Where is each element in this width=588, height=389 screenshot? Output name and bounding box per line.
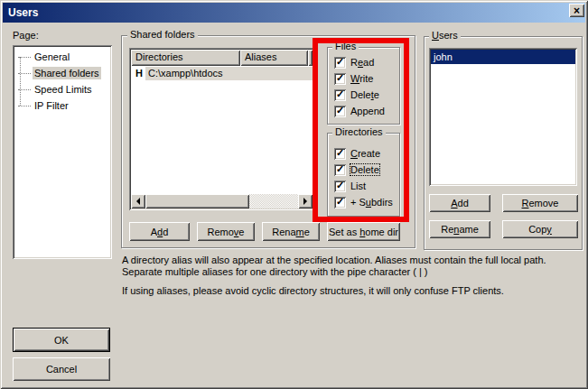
button-label: Remove: [522, 198, 559, 208]
tree-connector: [18, 106, 31, 107]
horizontal-scrollbar[interactable]: [131, 194, 313, 208]
tree-connector: [18, 57, 31, 58]
home-dir-marker: H: [131, 66, 145, 80]
scroll-left-icon: [133, 198, 140, 205]
button-label: Remove: [208, 227, 245, 237]
button-label: Rename: [272, 227, 310, 237]
check-icon: ✓: [336, 181, 344, 190]
users-group-label: Users: [429, 31, 461, 41]
cancel-button[interactable]: Cancel: [13, 357, 110, 381]
titlebar[interactable]: Users: [3, 3, 585, 23]
ok-button[interactable]: OK: [13, 328, 110, 352]
dirs-subdirs-checkbox[interactable]: ✓ + Subdirs: [334, 196, 393, 208]
button-label: Set as home dir: [329, 227, 398, 237]
set-as-home-dir-button[interactable]: Set as home dir: [327, 222, 400, 241]
alias-note-paragraph-1: A directory alias will also appear at th…: [122, 255, 584, 278]
users-rename-button[interactable]: Rename: [429, 220, 490, 238]
checkbox-box[interactable]: ✓: [334, 89, 346, 101]
button-label: Add: [151, 227, 169, 237]
checkbox-box[interactable]: ✓: [334, 73, 346, 85]
close-icon: ×: [574, 5, 580, 16]
files-group-label: Files: [332, 42, 359, 51]
window-title: Users: [3, 6, 38, 19]
column-header-aliases[interactable]: Aliases: [240, 50, 308, 66]
tree-item-ip-filter[interactable]: IP Filter: [13, 97, 112, 114]
dirs-list-checkbox[interactable]: ✓ List: [334, 180, 366, 192]
check-icon: ✓: [336, 106, 344, 116]
checkbox-label: Create: [350, 148, 380, 159]
directory-path: C:\xampp\htdocs: [145, 67, 313, 80]
scrollbar-thumb[interactable]: [145, 194, 249, 208]
close-button[interactable]: ×: [569, 4, 584, 17]
tree-item-label: Shared folders: [33, 67, 101, 79]
check-icon: ✓: [336, 164, 344, 174]
directories-list-header: Directories Aliases: [131, 50, 313, 66]
check-icon: ✓: [336, 57, 344, 67]
scroll-right-button[interactable]: [298, 194, 313, 208]
users-add-button[interactable]: Add: [429, 194, 490, 212]
checkbox-box[interactable]: ✓: [334, 181, 346, 192]
files-read-checkbox[interactable]: ✓ Read: [334, 56, 374, 69]
checkbox-box[interactable]: ✓: [334, 57, 346, 69]
page-label: Page:: [13, 30, 39, 41]
check-icon: ✓: [336, 73, 344, 83]
checkbox-label: + Subdirs: [350, 197, 393, 208]
checkbox-label: Write: [350, 73, 373, 84]
users-dialog: Users × Page: General Shared folders Spe…: [0, 0, 588, 389]
shared-folders-group-label: Shared folders: [127, 30, 198, 40]
tree-connector: [18, 89, 31, 90]
files-write-checkbox[interactable]: ✓ Write: [334, 72, 373, 85]
button-label: Add: [451, 198, 469, 208]
user-row-john[interactable]: john: [431, 50, 575, 64]
checkbox-label: List: [350, 181, 366, 191]
scroll-right-icon: [303, 198, 311, 205]
tree-item-label: General: [33, 51, 71, 63]
alias-notes: A directory alias will also appear at th…: [122, 255, 584, 297]
shared-add-button[interactable]: Add: [129, 222, 190, 241]
column-header-filler: [308, 50, 313, 66]
tree-item-speed-limits[interactable]: Speed Limits: [13, 81, 112, 97]
tree-connector: [18, 73, 31, 74]
checkbox-label: Delete: [350, 164, 379, 175]
column-header-directories[interactable]: Directories: [131, 50, 240, 66]
checkbox-box[interactable]: ✓: [334, 164, 346, 176]
checkbox-label: Append: [350, 106, 385, 116]
check-icon: ✓: [336, 148, 344, 158]
users-list[interactable]: john: [429, 48, 577, 186]
tree-item-label: IP Filter: [33, 99, 70, 112]
directories-group-label: Directories: [332, 127, 386, 137]
directory-row[interactable]: H C:\xampp\htdocs: [131, 66, 313, 80]
files-delete-checkbox[interactable]: ✓ Delete: [334, 88, 379, 101]
checkbox-box[interactable]: ✓: [334, 148, 346, 160]
page-tree[interactable]: General Shared folders Speed Limits IP F…: [13, 45, 112, 259]
scroll-left-button[interactable]: [131, 194, 145, 208]
button-label: Rename: [441, 224, 479, 235]
tree-item-label: Speed Limits: [33, 83, 94, 96]
checkbox-label: Read: [350, 57, 374, 68]
checkbox-label: Delete: [350, 89, 379, 100]
button-label: Copy: [528, 224, 552, 235]
users-copy-button[interactable]: Copy: [502, 220, 578, 238]
directories-list[interactable]: Directories Aliases H C:\xampp\htdocs: [129, 48, 314, 210]
shared-remove-button[interactable]: Remove: [197, 222, 255, 241]
tree-item-general[interactable]: General: [13, 49, 112, 65]
files-append-checkbox[interactable]: ✓ Append: [334, 105, 385, 117]
check-icon: ✓: [336, 197, 344, 207]
users-remove-button[interactable]: Remove: [502, 194, 578, 212]
shared-rename-button[interactable]: Rename: [262, 222, 320, 241]
scrollbar-track[interactable]: [249, 194, 298, 208]
checkbox-box[interactable]: ✓: [334, 106, 346, 117]
dirs-create-checkbox[interactable]: ✓ Create: [334, 147, 380, 160]
tree-item-shared-folders[interactable]: Shared folders: [13, 65, 112, 81]
alias-note-paragraph-2: If using aliases, please avoid cyclic di…: [122, 285, 584, 297]
checkbox-box[interactable]: ✓: [334, 197, 346, 208]
dirs-delete-checkbox[interactable]: ✓ Delete: [334, 163, 379, 176]
check-icon: ✓: [336, 89, 344, 99]
